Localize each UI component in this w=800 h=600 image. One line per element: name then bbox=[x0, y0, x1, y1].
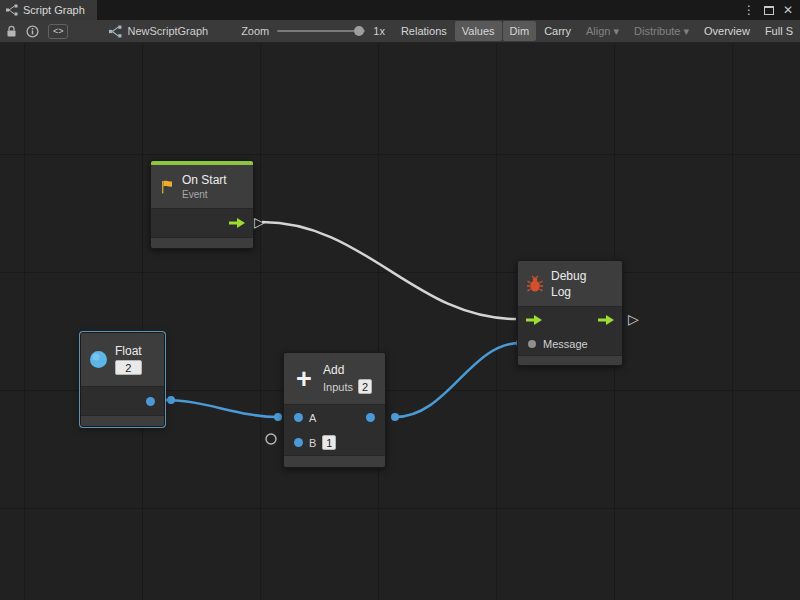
maximize-icon[interactable] bbox=[764, 6, 774, 15]
menu-icon[interactable]: ⋮ bbox=[743, 4, 755, 16]
lock-icon[interactable] bbox=[6, 25, 17, 38]
caret-down-icon: ▾ bbox=[684, 25, 690, 38]
tab-script-graph[interactable]: Script Graph bbox=[0, 0, 97, 20]
ports-row bbox=[151, 209, 253, 237]
node-subtitle: Event bbox=[182, 189, 227, 200]
unconnected-port-ring-icon bbox=[266, 434, 276, 444]
script-graph-icon bbox=[109, 25, 122, 38]
node-header: + Add Inputs 2 bbox=[284, 353, 385, 405]
value-output-port[interactable] bbox=[366, 413, 375, 422]
bug-icon bbox=[526, 275, 544, 293]
message-port-row: Message bbox=[518, 333, 622, 355]
input-port-b[interactable] bbox=[294, 438, 303, 447]
window-controls: ⋮ ✕ bbox=[743, 0, 800, 20]
zoom-slider-handle[interactable] bbox=[354, 26, 364, 36]
graph-tab-icon bbox=[6, 4, 18, 16]
node-title: Debug bbox=[551, 269, 586, 283]
zoom-slider[interactable] bbox=[277, 30, 365, 32]
align-button[interactable]: Align▾ bbox=[579, 21, 626, 42]
node-header: Debug Log bbox=[518, 261, 622, 307]
overview-button[interactable]: Overview bbox=[697, 21, 757, 41]
zoom-control: Zoom 1x bbox=[241, 25, 385, 37]
node-header: Float 2 bbox=[81, 333, 164, 387]
dim-button[interactable]: Dim bbox=[503, 21, 537, 41]
float-value-field[interactable]: 2 bbox=[115, 360, 142, 375]
edit-source-icon[interactable]: <> bbox=[48, 24, 68, 39]
node-float[interactable]: Float 2 bbox=[80, 332, 165, 427]
node-add[interactable]: + Add Inputs 2 A B 1 bbox=[283, 352, 386, 468]
wire-endpoint-dot bbox=[167, 396, 175, 404]
add-icon: + bbox=[292, 367, 316, 391]
info-icon[interactable] bbox=[26, 25, 39, 38]
wire-endpoint-dot bbox=[391, 413, 399, 421]
graph-name-group: NewScriptGraph bbox=[109, 25, 208, 38]
node-debug-log[interactable]: Debug Log Message bbox=[517, 260, 623, 366]
tab-title: Script Graph bbox=[23, 4, 85, 16]
values-button[interactable]: Values bbox=[455, 21, 502, 41]
trigger-arrow-icon: ▷ bbox=[628, 312, 639, 326]
ports-row bbox=[81, 387, 164, 415]
connection-add-to-message bbox=[395, 343, 520, 417]
zoom-value: 1x bbox=[373, 25, 385, 37]
node-on-start[interactable]: On Start Event bbox=[150, 160, 254, 249]
value-output-port[interactable] bbox=[146, 397, 155, 406]
port-row-b: B 1 bbox=[284, 430, 385, 455]
node-footer bbox=[151, 237, 253, 248]
message-input-port[interactable] bbox=[528, 340, 536, 348]
close-icon[interactable]: ✕ bbox=[783, 4, 793, 16]
port-b-value-field[interactable]: 1 bbox=[322, 435, 336, 450]
port-label-a: A bbox=[309, 412, 316, 424]
port-label-b: B bbox=[309, 437, 316, 449]
graph-name-label: NewScriptGraph bbox=[127, 25, 208, 37]
connection-float-to-add-a bbox=[166, 400, 278, 417]
inputs-label: Inputs bbox=[323, 381, 353, 393]
node-footer bbox=[81, 415, 164, 426]
node-title: Add bbox=[323, 363, 372, 377]
flow-input-port[interactable] bbox=[526, 315, 542, 325]
message-label: Message bbox=[543, 338, 588, 350]
distribute-button[interactable]: Distribute▾ bbox=[627, 21, 696, 42]
carry-button[interactable]: Carry bbox=[537, 21, 578, 41]
connections-layer bbox=[0, 43, 800, 600]
node-title: Float bbox=[115, 344, 142, 358]
flag-icon bbox=[159, 179, 175, 195]
flow-ports-row bbox=[518, 307, 622, 333]
node-footer bbox=[518, 355, 622, 365]
zoom-label: Zoom bbox=[241, 25, 269, 37]
float-icon bbox=[89, 350, 108, 369]
node-header: On Start Event bbox=[151, 165, 253, 209]
node-subtitle: Log bbox=[551, 285, 586, 299]
node-title: On Start bbox=[182, 173, 227, 187]
node-footer bbox=[284, 455, 385, 467]
inputs-count-field[interactable]: 2 bbox=[358, 379, 372, 394]
flow-output-port[interactable] bbox=[229, 218, 245, 228]
input-port-a[interactable] bbox=[294, 413, 303, 422]
graph-canvas[interactable]: On Start Event ▷ Float 2 bbox=[0, 43, 800, 600]
window-titlebar: Script Graph ⋮ ✕ bbox=[0, 0, 800, 20]
relations-button[interactable]: Relations bbox=[394, 21, 454, 41]
fullscreen-button[interactable]: Full S bbox=[758, 21, 800, 41]
graph-toolbar: <> NewScriptGraph Zoom 1x Relations Valu… bbox=[0, 20, 800, 43]
wire-endpoint-dot bbox=[274, 413, 282, 421]
flow-output-port[interactable] bbox=[598, 315, 614, 325]
port-row-a: A bbox=[284, 405, 385, 430]
trigger-arrow-icon: ▷ bbox=[254, 215, 265, 229]
caret-down-icon: ▾ bbox=[614, 25, 620, 38]
toolbar-buttons: Relations Values Dim Carry Align▾ Distri… bbox=[394, 21, 800, 42]
connection-onstart-to-debug bbox=[262, 222, 516, 319]
